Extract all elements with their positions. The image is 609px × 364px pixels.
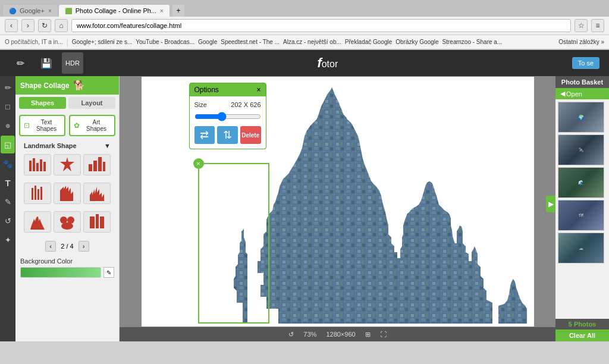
left-tool-sticker[interactable]: ⊕ [1,117,15,134]
pencil-tool[interactable]: ✏ [10,52,31,74]
text-shapes-btn[interactable]: ⊡ Text Shapes [19,115,65,136]
canvas-dimensions: 1280×960 [326,331,355,338]
svg-rect-12 [40,187,42,200]
basket-photos: 🌍 🛰 🌊 🗺 ☁ [555,99,609,319]
svg-rect-18 [100,216,104,228]
zoom-level: 73% [303,331,316,338]
tab-google-plus[interactable]: 🔵 Google+ × [2,4,58,17]
shape-thumb-2[interactable] [54,154,81,175]
reload-button[interactable]: ↻ [38,19,51,32]
basket-photo-3[interactable]: 🌊 [558,167,604,198]
basket-photo-2[interactable]: 🛰 [558,134,604,165]
page-prev-btn[interactable]: ‹ [45,241,56,252]
bookmark-alza[interactable]: Alza.cz - největší ob... [283,39,341,45]
basket-open-btn[interactable]: ◀ Open [555,88,587,99]
tab-close-google[interactable]: × [48,8,52,14]
tab-close-fotor[interactable]: × [160,8,164,14]
shape-thumb-9[interactable] [83,211,111,233]
basket-photo-1[interactable]: 🌍 [558,102,604,133]
options-close-button[interactable]: × [256,86,260,94]
save-tool[interactable]: 💾 [36,52,57,74]
left-tool-pencil[interactable]: ✏ [1,79,15,96]
tab-fotor[interactable]: 🟩 Photo Collage - Online Ph... × [58,4,170,17]
rotate-status-icon: ↺ [288,331,294,338]
size-slider[interactable] [194,112,261,121]
page-next-btn[interactable]: › [79,241,89,252]
selection-box[interactable]: × [198,163,269,324]
star-button[interactable]: ☆ [575,19,588,32]
bookmark-prekladac[interactable]: Překladač Google [345,39,393,45]
tab-shapes[interactable]: Shapes [19,97,66,109]
shape-thumb-8[interactable] [54,211,81,233]
sidebar: Shape Collage 🐕 Shapes Layout ⊡ Text Sha… [15,76,120,341]
bookmark-google[interactable]: Google [198,39,217,45]
bookmark-youtube[interactable]: YouTube - Broadcas... [136,39,194,45]
address-bar[interactable] [71,19,571,32]
basket-footer: 5 Photos Clear All [555,319,609,341]
left-tool-rotate[interactable]: ↺ [1,212,15,230]
bookmark-googleplus[interactable]: Google+; sdileni ze s... [72,39,132,45]
shape-thumb-1[interactable] [24,154,51,175]
header-logo: fotor [83,55,572,71]
svg-rect-9 [32,188,33,200]
svg-rect-10 [34,186,36,200]
left-tool-collage[interactable]: ◱ [1,136,15,153]
svg-rect-17 [96,214,99,228]
canvas-status-bar: ↺ 73% 1280×960 ⊞ ⛶ [120,327,555,341]
flip-btn[interactable]: ⇅ [217,126,238,144]
forward-button[interactable]: › [21,19,34,32]
left-tool-pet[interactable]: 🐾 [1,155,15,172]
color-bar[interactable] [20,267,101,278]
svg-point-15 [61,222,73,230]
shape-thumb-7[interactable] [24,211,51,233]
expand-arrow-icon: ▶ [548,200,554,208]
nav-bar: ‹ › ↻ ⌂ ☆ ≡ [0,17,609,35]
menu-button[interactable]: ≡ [591,19,604,32]
shape-thumb-6[interactable] [83,183,111,204]
svg-rect-6 [93,161,97,171]
grid-icon: ⊞ [365,331,371,338]
bookmark-obrazky[interactable]: Obrázky Google [395,39,438,45]
color-edit-button[interactable]: ✎ [103,267,114,278]
canvas-area: Options × Size 202 X 626 ⇄ ⇅ [120,76,555,341]
shape-thumb-5[interactable] [54,183,81,204]
basket-expand-btn[interactable]: ▶ [546,196,555,212]
delete-btn[interactable]: Delete [240,126,261,144]
left-tool-effects[interactable]: ✦ [1,231,15,249]
canvas-wrapper[interactable]: Options × Size 202 X 626 ⇄ ⇅ [120,76,555,327]
page-nav: ‹ 2 / 4 › [15,239,119,254]
art-shapes-icon: ✿ [74,121,80,130]
shape-thumb-3[interactable] [83,154,111,175]
swap-btn[interactable]: ⇄ [194,126,215,144]
new-tab-button[interactable]: + [172,5,184,17]
canvas[interactable]: Options × Size 202 X 626 ⇄ ⇅ [142,77,534,327]
options-size-row: Size 202 X 626 [194,101,261,108]
fullscreen-icon: ⛶ [380,331,387,338]
tose-button[interactable]: To se [572,57,599,69]
basket-photo-5[interactable]: ☁ [558,233,604,263]
basket-open-row: ◀ Open [555,88,609,99]
left-tool-save[interactable]: □ [1,98,15,115]
bg-color-label: Background Color [20,258,114,265]
bookmark-speedtest[interactable]: Speedtest.net - The ... [221,39,280,45]
selection-close-btn[interactable]: × [193,158,204,169]
left-panel: ✏ □ ⊕ ◱ 🐾 T ✎ ↺ ✦ [0,76,15,341]
tab-layout[interactable]: Layout [68,97,115,109]
shape-thumb-4[interactable] [24,183,51,204]
sidebar-header: Shape Collage 🐕 [15,76,119,95]
bookmark-streamzoo[interactable]: Streamzoo - Share a... [442,39,503,45]
svg-rect-3 [40,159,42,171]
back-button[interactable]: ‹ [5,19,18,32]
basket-photo-4[interactable]: 🗺 [558,200,604,231]
landmark-label[interactable]: Landmark Shape ▼ [19,140,115,152]
left-tool-edit[interactable]: ✎ [1,193,15,211]
clear-all-btn[interactable]: Clear All [555,330,609,341]
bookmarks-bar: O počítačích, IT a in... | Google+; sdil… [0,35,609,49]
options-body: Size 202 X 626 ⇄ ⇅ Delete [190,96,266,149]
share-tool[interactable]: HDR [62,52,83,74]
bookmark-ostatni[interactable]: Ostatní záložky » [558,39,604,45]
shape-grid-row2 [19,180,115,206]
left-tool-text[interactable]: T [1,174,15,192]
home-button[interactable]: ⌂ [55,19,68,32]
art-shapes-btn[interactable]: ✿ Art Shapes [69,115,115,136]
